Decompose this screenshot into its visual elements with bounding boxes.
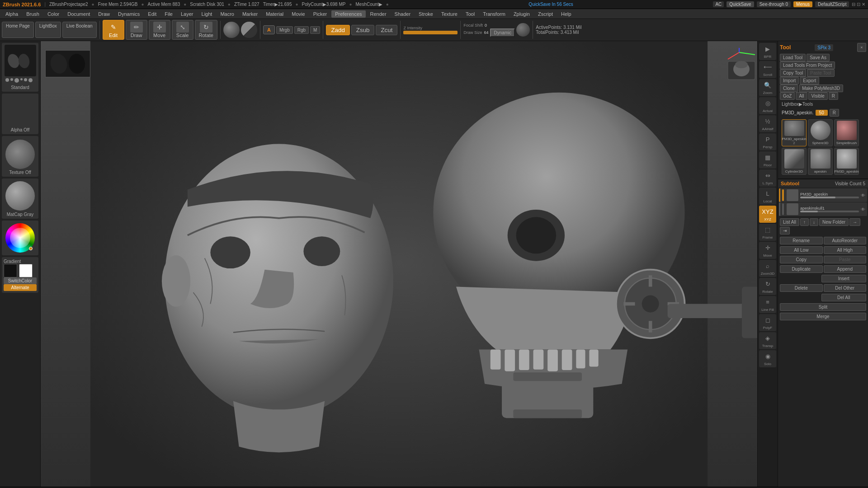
floor-mode-icon[interactable] [241, 22, 257, 38]
see-through-button[interactable]: See-through 0 [757, 1, 791, 7]
new-folder-button[interactable]: New Folder [819, 218, 849, 226]
ac-button[interactable]: AC [713, 1, 724, 7]
draw-size-knob[interactable] [516, 23, 530, 37]
view-cube[interactable] [726, 46, 753, 77]
menu-item-dynamics[interactable]: Dynamics [114, 10, 143, 18]
fr-btn-zoom[interactable]: 🔍Zoom [759, 79, 776, 96]
all-button[interactable]: All [796, 92, 807, 100]
make-polymesh-button[interactable]: Make PolyMesh3D [799, 84, 843, 92]
menu-item-zplugin[interactable]: Zplugin [510, 10, 533, 18]
color-picker[interactable] [2, 221, 38, 255]
menu-item-document[interactable]: Document [64, 10, 94, 18]
subtool-eye-pm3d[interactable]: 👁 [861, 193, 865, 198]
menu-item-shader[interactable]: Shader [391, 10, 414, 18]
brush-selector[interactable]: Standard [2, 43, 38, 92]
menus-button[interactable]: Menus [793, 1, 812, 7]
load-tools-project-button[interactable]: Load Tools From Project [780, 61, 835, 69]
fr-btn-line-fill[interactable]: ≡Line Fill [759, 296, 776, 313]
load-tool-button[interactable]: Load Tool [780, 54, 806, 61]
subtool-eye-skull[interactable]: 👁 [861, 207, 865, 212]
auto-reorder-button[interactable]: AutoReorder [824, 237, 867, 244]
visible-button[interactable]: Visible [808, 92, 828, 100]
alpha-selector[interactable]: Alpha Off [2, 94, 38, 134]
duplicate-button[interactable]: Duplicate [780, 265, 823, 273]
fr-btn-transp[interactable]: ◈Transp [759, 332, 776, 349]
menu-item-texture[interactable]: Texture [438, 10, 461, 18]
menu-item-light[interactable]: Light [198, 10, 216, 18]
all-high-button[interactable]: All High [824, 246, 867, 254]
color-wheel[interactable] [5, 223, 35, 253]
menu-item-zscript[interactable]: Zscript [534, 10, 557, 18]
subtool-slider-pm3d[interactable] [800, 197, 859, 198]
del-other-button[interactable]: Del Other [824, 284, 867, 292]
fr-btn-rotate[interactable]: ↻Rotate [759, 278, 776, 295]
dynamic-button[interactable]: Dynamic [490, 28, 515, 37]
fr-btn-actual[interactable]: ◎Actual [759, 97, 776, 114]
live-boolean-tab[interactable]: Live Boolean [62, 22, 97, 38]
draw-button[interactable]: ✏ Draw [126, 20, 147, 40]
clone-button[interactable]: Clone [780, 84, 798, 92]
subtool-slider-skull[interactable] [800, 211, 859, 212]
all-low-button[interactable]: All Low [780, 246, 823, 254]
edit-button[interactable]: ✎ Edit [103, 20, 124, 40]
fr-btn-polyf[interactable]: ◻PolyF [759, 314, 776, 331]
zcutoff-button[interactable]: Zcut [376, 25, 397, 35]
menu-item-color[interactable]: Color [44, 10, 63, 18]
tool-thumb-sphere3d[interactable]: Sphere3D [808, 119, 833, 146]
menu-item-brush[interactable]: Brush [23, 10, 43, 18]
delete-button[interactable]: Delete [780, 284, 823, 292]
menu-item-alpha[interactable]: Alpha [2, 10, 22, 18]
copy-button[interactable]: Copy [780, 256, 823, 263]
alternate-button[interactable]: Alternate [4, 284, 37, 291]
menu-item-help[interactable]: Help [557, 10, 575, 18]
fr-btn-l.sym[interactable]: ⇔L.Sym [759, 169, 776, 187]
material-sphere-icon[interactable] [223, 22, 240, 38]
export-button[interactable]: Export [800, 77, 819, 84]
r2-button[interactable]: R [830, 109, 839, 117]
r-button[interactable]: R [829, 92, 838, 100]
mrgb-button[interactable]: Mrgb [276, 26, 293, 34]
menu-item-movie[interactable]: Movie [288, 10, 308, 18]
swatch-white[interactable] [19, 264, 33, 277]
fr-btn-floor[interactable]: ▦Floor [759, 151, 776, 169]
fr-btn-persp[interactable]: PPersp [759, 133, 776, 150]
paste-tool-button[interactable]: Paste Tool [807, 69, 835, 77]
menu-item-layer[interactable]: Layer [177, 10, 197, 18]
fr-btn-solo[interactable]: ◉Solo [759, 350, 776, 367]
subtool-item-skull[interactable]: apeskinskull1 👁 [779, 202, 867, 216]
default-zscript[interactable]: DefaultZScript [815, 1, 849, 7]
subtool-item-pm3d[interactable]: PM3D_apeskin 👁 [779, 188, 867, 202]
menu-item-tool[interactable]: Tool [462, 10, 478, 18]
swatch-black[interactable] [4, 264, 17, 277]
menu-item-edit[interactable]: Edit [144, 10, 160, 18]
fr-btn-aahalf[interactable]: ½AAHalf [759, 115, 776, 132]
fr-btn-scroll[interactable]: ⟵Scroll [759, 61, 776, 78]
zsub-button[interactable]: Zsub [351, 25, 375, 35]
save-as-button[interactable]: Save As [807, 54, 830, 61]
tool-thumb-cylinder3d[interactable]: Cylinder3D [782, 148, 807, 175]
menu-item-picker[interactable]: Picker [310, 10, 331, 18]
home-tab[interactable]: Home Page [2, 22, 34, 38]
fr-btn-local[interactable]: LLocal [759, 188, 776, 205]
rename-button[interactable]: Rename [780, 237, 823, 244]
copy-tool-button[interactable]: Copy Tool [780, 69, 806, 77]
tool-panel-close[interactable]: × [857, 43, 866, 52]
lightbox-tab[interactable]: LightBox [35, 22, 61, 38]
insert-button[interactable]: Insert [821, 275, 867, 282]
split-button[interactable]: Split [780, 303, 866, 311]
rotate-button[interactable]: ↻ Rotate [195, 20, 217, 40]
tool-thumb-pm3d-apeskin2[interactable]: PM3D_apeskin [834, 148, 859, 175]
menu-item-render[interactable]: Render [367, 10, 390, 18]
z-intensity-bar[interactable] [403, 31, 458, 34]
matcap-selector[interactable]: MatCap Gray [2, 178, 38, 219]
arrow-down-button[interactable]: ↓ [810, 218, 818, 226]
menu-item-file[interactable]: File [161, 10, 176, 18]
goz-button[interactable]: GoZ [780, 92, 795, 100]
tool-thumb-pm3d-apeskin[interactable]: PM3D_apeskin 2 [782, 119, 807, 146]
folder-arrow-button[interactable]: → [849, 218, 860, 226]
list-all-button[interactable]: List All [780, 218, 799, 226]
menu-item-transform[interactable]: Transform [479, 10, 509, 18]
tool-thumb-simplebrush[interactable]: SimpleBrush [834, 119, 859, 146]
tool-thumb-apeskin[interactable]: apeskin [808, 148, 833, 175]
pm3d-value-button[interactable]: 50 [816, 110, 828, 116]
